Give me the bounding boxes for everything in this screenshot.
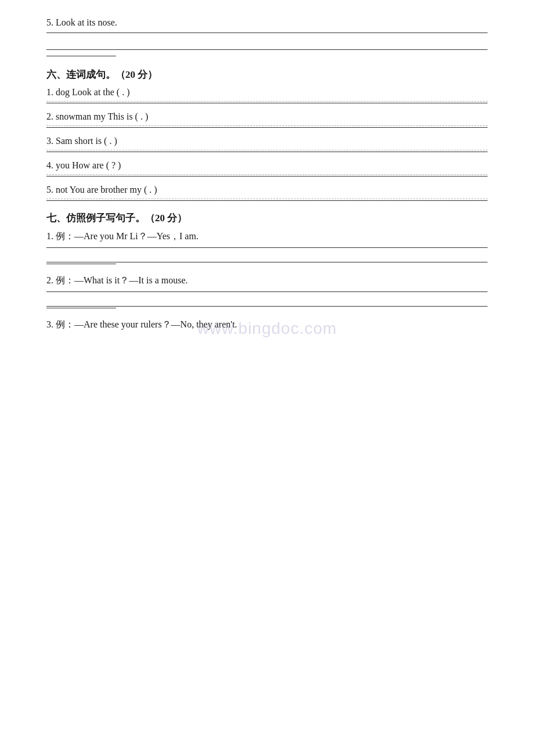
section6-q1-text: 1. dog Look at the ( . ) [46,87,488,98]
section7-q2-example: 2. 例：—What is it？—It is a mouse. [46,275,488,287]
section6-q2-answer [46,125,488,128]
section7-q3-example: 3. 例：—Are these your rulers？—No, they ar… [46,319,488,331]
section7-q1-short-line [46,264,116,264]
section6-header: 六、连词成句。（20 分） [46,68,488,81]
section6-q3: 3. Sam short is ( . ) [46,136,488,152]
section7-q2-line2 [46,306,488,307]
section7-q2-line1 [46,291,488,292]
section7-q3: 3. 例：—Are these your rulers？—No, they ar… [46,319,488,331]
section6-q1-answer [46,101,488,103]
section6-q4: 4. you How are ( ? ) [46,160,488,177]
section7-q1-example: 1. 例：—Are you Mr Li？—Yes，I am. [46,231,488,243]
section7-header: 七、仿照例子写句子。（20 分） [46,211,488,225]
section6-q4-text: 4. you How are ( ? ) [46,160,488,171]
section6-q5-text: 5. not You are brother my ( . ) [46,185,488,195]
section7-q1-line2 [46,262,488,262]
section6-q1: 1. dog Look at the ( . ) [46,87,488,103]
section7-q2: 2. 例：—What is it？—It is a mouse. [46,275,488,308]
section7-q2-short-line [46,308,116,308]
section6-q2-text: 2. snowman my This is ( . ) [46,111,488,122]
section5-bottom-line [46,56,116,56]
section5-q5: 5. Look at its nose. [46,17,488,28]
section7-q1-line1 [46,247,488,248]
section6-q5-answer [46,199,488,201]
section6-q4-answer [46,174,488,177]
section7-q1: 1. 例：—Are you Mr Li？—Yes，I am. [46,231,488,264]
section6-q3-answer [46,150,488,152]
section6-q3-text: 3. Sam short is ( . ) [46,136,488,146]
section5-q5-answer [46,33,488,50]
section6-q2: 2. snowman my This is ( . ) [46,111,488,128]
section6-q5: 5. not You are brother my ( . ) [46,185,488,201]
